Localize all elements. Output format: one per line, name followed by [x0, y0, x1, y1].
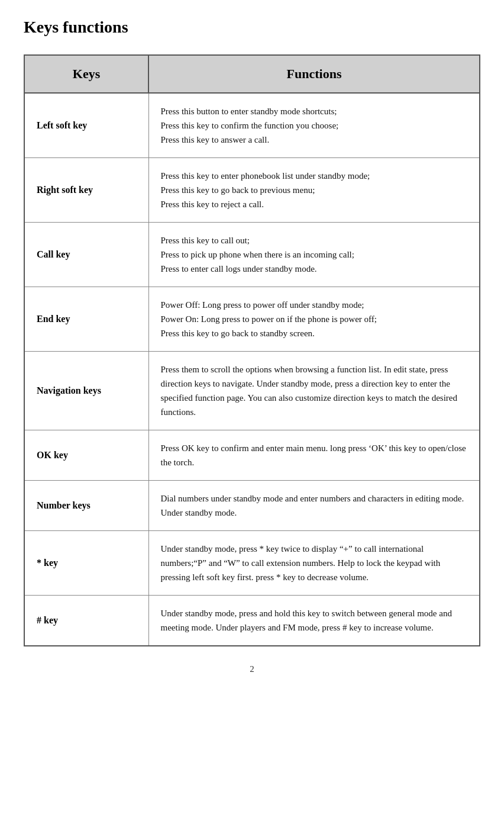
function-cell: Press this button to enter standby mode … [148, 93, 480, 158]
page-number: 2 [24, 664, 480, 674]
function-cell: Press them to scroll the options when br… [148, 352, 480, 430]
table-row: Call keyPress this key to call out;Press… [24, 223, 480, 287]
table-row: # keyUnder standby mode, press and hold … [24, 596, 480, 646]
function-cell: Press this key to enter phonebook list u… [148, 158, 480, 223]
function-cell: Press this key to call out;Press to pick… [148, 223, 480, 287]
function-cell: Under standby mode, press * key twice to… [148, 531, 480, 596]
key-cell: OK key [24, 430, 148, 481]
keys-functions-table: Keys Functions Left soft keyPress this b… [24, 54, 480, 646]
key-cell: * key [24, 531, 148, 596]
table-row: OK keyPress OK key to confirm and enter … [24, 430, 480, 481]
function-cell: Power Off: Long press to power off under… [148, 287, 480, 352]
table-row: Number keysDial numbers under standby mo… [24, 481, 480, 531]
table-row: End keyPower Off: Long press to power of… [24, 287, 480, 352]
function-cell: Dial numbers under standby mode and ente… [148, 481, 480, 531]
key-cell: # key [24, 596, 148, 646]
table-row: Right soft keyPress this key to enter ph… [24, 158, 480, 223]
col-header-functions: Functions [148, 55, 480, 93]
key-cell: Left soft key [24, 93, 148, 158]
key-cell: Right soft key [24, 158, 148, 223]
function-cell: Under standby mode, press and hold this … [148, 596, 480, 646]
key-cell: Navigation keys [24, 352, 148, 430]
table-row: * keyUnder standby mode, press * key twi… [24, 531, 480, 596]
page-title: Keys functions [24, 18, 480, 37]
table-row: Left soft keyPress this button to enter … [24, 93, 480, 158]
key-cell: Call key [24, 223, 148, 287]
col-header-keys: Keys [24, 55, 148, 93]
function-cell: Press OK key to confirm and enter main m… [148, 430, 480, 481]
key-cell: End key [24, 287, 148, 352]
key-cell: Number keys [24, 481, 148, 531]
table-row: Navigation keysPress them to scroll the … [24, 352, 480, 430]
